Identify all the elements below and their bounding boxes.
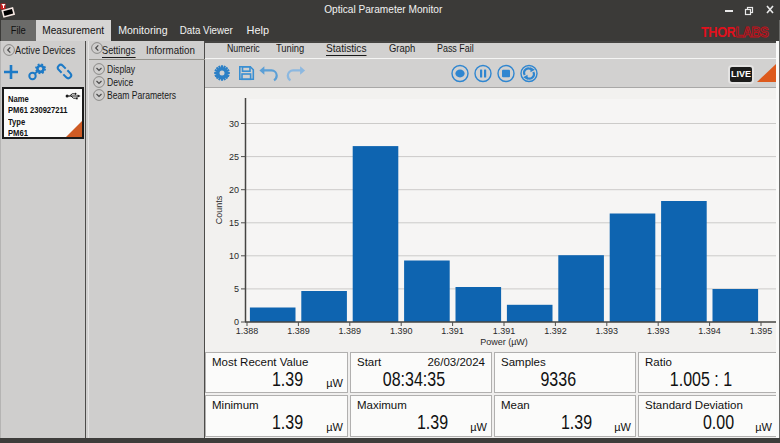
svg-text:1.388: 1.388 — [236, 326, 259, 336]
svg-text:1.391: 1.391 — [441, 326, 464, 336]
svg-text:15: 15 — [229, 218, 239, 228]
svg-text:10: 10 — [229, 251, 239, 261]
svg-text:1.390: 1.390 — [390, 326, 413, 336]
svg-text:30: 30 — [229, 119, 239, 129]
svg-text:1.393: 1.393 — [596, 326, 619, 336]
svg-text:1.394: 1.394 — [698, 326, 721, 336]
svg-text:1.389: 1.389 — [287, 326, 310, 336]
svg-text:1.395: 1.395 — [750, 326, 773, 336]
svg-text:20: 20 — [229, 185, 239, 195]
svg-text:5: 5 — [234, 284, 239, 294]
svg-text:Power (µW): Power (µW) — [480, 337, 528, 347]
svg-text:1.393: 1.393 — [647, 326, 670, 336]
svg-text:1.392: 1.392 — [544, 326, 567, 336]
svg-text:1.389: 1.389 — [339, 326, 362, 336]
svg-text:Counts: Counts — [214, 195, 224, 224]
svg-text:25: 25 — [229, 152, 239, 162]
svg-text:1.391: 1.391 — [493, 326, 516, 336]
